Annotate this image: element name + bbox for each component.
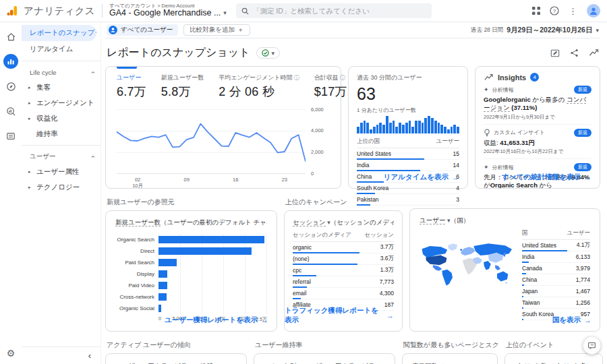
sidebar-item[interactable]: 維持率 [22,126,100,142]
icon-rail: ⚙ [0,22,22,364]
minute-bar [389,123,392,133]
sidebar-item[interactable]: ▸ユーザー属性 [22,164,100,179]
row-label: Canada [522,265,542,272]
arrow-right-icon: → [386,311,394,320]
info-icon[interactable]: ⓘ [294,75,299,81]
insight-item-header: ✦分析情報新規 [484,163,591,171]
feedback-button[interactable] [583,336,601,355]
header-divider [102,4,103,18]
help-icon[interactable]: ? [550,6,559,16]
channel-bar-row: Paid Search [115,257,267,268]
sidebar-item[interactable]: ▸収益化 [22,111,100,126]
insights-panel-icon[interactable] [589,49,599,57]
product-name: アナリティクス [24,5,95,18]
section-label: 閲覧数が最も多いページとスクリーン [402,340,498,350]
admin-gear-icon[interactable]: ⚙ [7,348,16,359]
users-line-chart: 6,0004,0002,00000210月091623 [117,109,306,176]
sidebar-item[interactable]: ▸集客 [22,80,100,95]
section-label: アクティブ ユーザーの傾向 [105,340,247,350]
overview-card: ユーザー6.7万新規ユーザー数5.8万平均エンゲージメント時間ⓘ2 分 06 秒… [105,66,341,189]
minute-bar [373,127,376,133]
geo-country-row: China1,774 [522,274,590,286]
search-input[interactable] [253,7,426,15]
data-quality-badge[interactable]: ▾ [256,47,281,59]
y-axis-tick: 0 [311,171,314,177]
column-header-users: ユーザー [436,138,459,146]
minute-bar [424,118,427,133]
minute-bar [422,123,424,133]
arrow-right-icon: → [261,316,268,324]
minute-bar [382,125,385,133]
home-icon[interactable] [3,29,18,44]
date-range-preset: 過去 28 日間 [471,26,503,34]
insight-item[interactable]: ✦分析情報新規Google/organic から最多の コンバージョン (37.… [484,82,591,125]
chevron-up-icon: › [89,71,96,73]
metric-selector[interactable]: セッション [293,218,326,226]
view-countries-link[interactable]: 国を表示 → [552,315,591,325]
customize-report-icon[interactable] [550,49,560,58]
view-all-insights-link[interactable]: すべての統計情報を表示 → [502,173,591,182]
metric-tab[interactable]: 新規ユーザー数5.8万 [161,73,204,100]
insight-kind-label: カスタム インサイト [494,129,545,136]
sidebar-item[interactable]: ▸エンゲージメント [22,95,100,111]
view-traffic-report-link[interactable]: トラフィック獲得レポートを表示 → [285,306,394,325]
advertising-icon[interactable] [3,104,18,119]
sessions-card-title: セッション ▾（セッションのメディア ▾） [293,218,394,227]
insight-item[interactable]: カスタム インサイト新規収益: 41,653.31円2022年10月16日から1… [484,125,591,159]
bottom-row: アクティブ ユーザーの傾向ユーザーのアクティビティの推移ユーザー維持率コホート別… [105,340,600,364]
add-comparison-chip[interactable]: 比較対象を追加 ＋ [183,24,250,36]
metric-tab[interactable]: ユーザー6.7万 [117,73,146,100]
metric-tab[interactable]: 平均エンゲージメント時間ⓘ2 分 06 秒 [219,73,299,100]
minute-bar [370,129,372,134]
metric-value: 2 分 06 秒 [219,84,299,100]
summary-row: ユーザー6.7万新規ユーザー数5.8万平均エンゲージメント時間ⓘ2 分 06 秒… [105,66,600,189]
info-icon[interactable]: ⓘ [340,75,345,81]
nav-section-header[interactable]: ユーザー› [22,149,100,164]
channel-label: Paid Search [115,260,158,266]
insight-kind-label: 分析情報 [492,86,514,94]
dimension-selector[interactable]: （ユーザーの最初のデフォルト チャネル グループ ▾） [161,218,267,226]
metric-selector[interactable]: ユーザー [420,216,445,224]
insight-kind-label: 分析情報 [492,164,514,171]
sidebar-item[interactable]: レポートのスナップショット [22,25,96,41]
view-acquisition-report-link[interactable]: ユーザー獲得レポートを表示 → [165,315,268,325]
library-icon[interactable] [3,129,18,144]
sidebar-item[interactable]: ▸テクノロジー [22,179,100,195]
more-vertical-icon[interactable]: ⋮ [569,6,577,16]
new-users-by-channel-card: 新規ユーザー数（ユーザーの最初のデフォルト チャネル グループ ▾） Organ… [105,210,277,332]
search-bar[interactable] [236,3,432,18]
nav-section-header[interactable]: Life cycle› [22,65,100,80]
date-range-value: 9月29日～2022年10月26日 [507,26,592,35]
account-switcher[interactable]: すべてのアカウント > Demo Account GA4 - Google Me… [109,3,227,18]
collapse-panel-icon[interactable]: ‹ [88,351,91,361]
share-icon[interactable] [570,49,579,57]
audience-chip-label: すべてのユーザー [121,26,173,34]
world-map [420,236,515,295]
channel-bar [158,282,167,289]
channel-label: Direct [115,248,158,254]
column-header-users: ユーザー [567,229,590,237]
explore-icon[interactable] [3,79,18,94]
apps-grid-icon[interactable] [532,7,540,15]
realtime-users-value: 63 [357,84,459,104]
view-acquisition-report-label: ユーザー獲得レポートを表示 [165,315,258,325]
date-range-picker[interactable]: 過去 28 日間 9月29日～2022年10月26日 ▾ [471,26,600,35]
main-content: すべてのユーザー 比較対象を追加 ＋ 過去 28 日間 9月29日～2022年1… [101,22,607,364]
row-label: United States [357,150,391,157]
avatar[interactable] [587,4,600,18]
metric-selector[interactable]: 新規ユーザー数 [115,218,161,226]
channel-bar-row: Organic Social [115,303,267,314]
view-realtime-link[interactable]: リアルタイムを表示 → [384,173,459,182]
y-axis-tick: 4,000 [311,127,324,133]
audience-chip[interactable]: すべてのユーザー [107,24,178,36]
dimension-selector[interactable]: （セッションのメディア ▾） [330,218,394,226]
insight-date-range: 2022年10月16日から10月22日まで [484,148,591,155]
session-medium-row: referral7,773 [293,276,394,288]
channel-bar [158,259,177,266]
report-title-row: レポートのスナップショット ▾ [105,38,600,66]
reports-icon[interactable] [3,54,18,69]
sidebar-item[interactable]: リアルタイム [22,41,96,57]
metric-tab[interactable]: 合計収益ⓘ$17万 [314,73,347,100]
row-label: India [522,253,534,260]
channel-bar [158,247,252,255]
